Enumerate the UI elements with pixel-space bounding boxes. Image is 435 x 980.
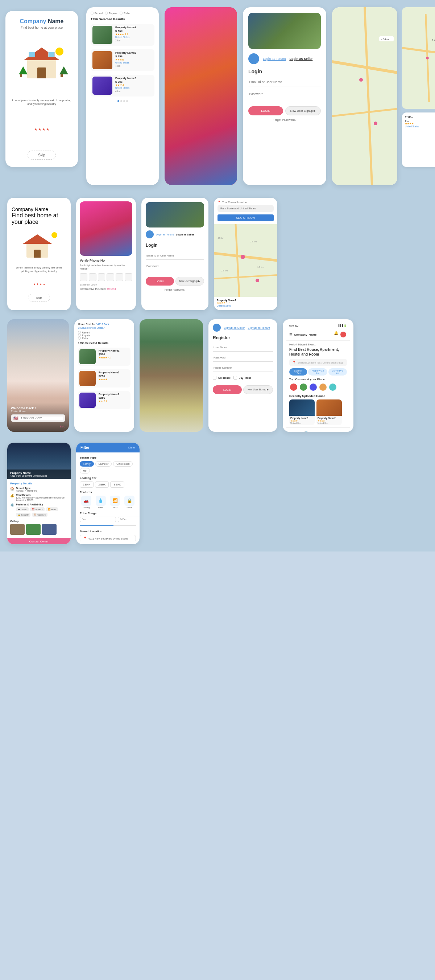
phone-input-container: 🇺🇸 Skip	[11, 414, 65, 422]
phone-number-input[interactable]	[213, 364, 273, 372]
prop-price-3: $ 256	[115, 80, 152, 83]
prop-distance-1: 2 km	[115, 39, 152, 42]
svg-text:2.5 km: 2.5 km	[221, 270, 228, 272]
filter-chip-currently[interactable]: Currently 5 km	[329, 368, 347, 375]
sell-house-checkbox[interactable]: Sell House	[213, 376, 230, 380]
otp-box-4[interactable]	[106, 273, 114, 281]
water-feature[interactable]: 💧 Water	[94, 496, 107, 509]
owner-5	[329, 383, 337, 391]
search-location-box[interactable]: 📍 Search Location (Ex : United States et…	[289, 359, 347, 366]
recent-prop-2[interactable]: Property Name2 ★★★★ United St...	[316, 399, 342, 425]
otp-box-2[interactable]	[89, 273, 97, 281]
popular-sm[interactable]: Popular	[78, 334, 130, 337]
reg-signup-button[interactable]: New User Signup ▶	[243, 385, 273, 394]
filter-chip-property[interactable]: Property 15 km	[308, 368, 327, 375]
otp-box-6[interactable]	[125, 273, 132, 281]
skip-button-sm[interactable]: Skip	[28, 294, 51, 302]
clear-filter-link[interactable]: Clear	[128, 446, 135, 449]
rating-filter[interactable]: Ratin	[120, 12, 129, 14]
password-input-sm[interactable]	[146, 262, 204, 270]
resend-link[interactable]: Resend	[107, 288, 116, 290]
map-search-box[interactable]: Park Boulevard United States	[218, 205, 274, 212]
login-as-seller-tab-sm[interactable]: Login as Seller	[176, 233, 194, 236]
prop-card-sm-1[interactable]: Property Name1 $560 ★★★★ 4.7	[78, 348, 130, 366]
buy-house-checkbox[interactable]: Buy House	[233, 376, 251, 380]
filter-chip-sulphur[interactable]: Sulphur 15km	[289, 368, 307, 375]
user-avatar	[340, 331, 347, 338]
recent-prop-info-2: Property Name2 ★★★★ United St...	[316, 416, 342, 425]
family-option[interactable]: Family	[80, 461, 94, 466]
notification-icon[interactable]: 🔔	[334, 331, 338, 338]
otp-box-5[interactable]	[116, 273, 123, 281]
prop-card-sm-2[interactable]: Property Name2 $256 ★★★★	[78, 369, 130, 388]
property-card-1[interactable]: Property Name1 $ 560 ★★★★ 4.7 United Sta…	[90, 24, 154, 46]
skip-button[interactable]: Skip	[27, 151, 56, 160]
svg-text:2 km: 2 km	[432, 39, 435, 41]
svg-text:1.5 km: 1.5 km	[257, 266, 264, 268]
password-input[interactable]	[248, 90, 321, 98]
bhk-1-btn[interactable]: 1 BHK	[80, 482, 94, 488]
prop-stars-sm-1: ★★★★ 4.7	[98, 356, 129, 359]
forgot-password-link[interactable]: Forgot Password?	[248, 118, 321, 121]
recent-prop-img-2	[316, 399, 342, 416]
map-body: 4.5 km 2.5 km 2.5 km 1.5 km	[214, 224, 277, 297]
room-photo	[248, 13, 321, 49]
home-nav-icon[interactable]: ⌂	[341, 431, 344, 432]
signup-as-tenant-tab[interactable]: Signup as Tenant	[248, 326, 270, 329]
bachelor-option[interactable]: Bachelor	[95, 461, 112, 466]
email-input[interactable]	[248, 78, 321, 86]
price-min-input[interactable]	[80, 517, 116, 522]
skip-phone-button[interactable]: Skip	[59, 425, 65, 428]
price-max-input[interactable]	[118, 517, 140, 522]
recent-prop-1[interactable]: Property Name1 ★★★★ United St...	[289, 399, 314, 425]
flower-image-panel	[165, 7, 237, 185]
svg-text:4.5 km: 4.5 km	[381, 38, 389, 41]
signup-as-seller-tab[interactable]: Signup as Seller	[224, 326, 245, 329]
security-feature[interactable]: 🔒 Securi	[123, 496, 136, 509]
bhk-3-btn[interactable]: 3 BHK	[110, 482, 124, 488]
me-option[interactable]: Me	[80, 468, 90, 474]
reg-login-button[interactable]: LOGIN	[213, 385, 242, 394]
login-button[interactable]: LOGIN	[248, 106, 283, 115]
recent-sm[interactable]: Recent	[78, 331, 130, 334]
grid-nav-icon[interactable]: ⊞	[317, 431, 322, 432]
prop-info-sm-1: Property Name1 $560 ★★★★ 4.7	[98, 349, 129, 364]
signup-button[interactable]: New User Signup ▶	[285, 106, 321, 115]
heart-nav-icon[interactable]: ♡	[292, 431, 297, 432]
prop-location-2: United States	[115, 61, 152, 64]
gallery-thumb-3[interactable]	[42, 524, 57, 535]
location-input-value[interactable]: 4211 Park Boulevard United States	[89, 537, 128, 540]
signup-button-sm[interactable]: New User Signup ▶	[175, 277, 205, 286]
wifi-feature[interactable]: 📶 Wi-Fi	[109, 496, 122, 509]
forgot-password-sm[interactable]: Forgot Password?	[146, 288, 204, 291]
girls-hostel-option[interactable]: Girls Hostel	[113, 461, 133, 466]
property-card-2[interactable]: Property Name2 $ 256 ★★★★ United States …	[90, 49, 154, 71]
phone-input[interactable]	[19, 417, 63, 420]
search-now-button[interactable]: SEARCH NOW	[218, 215, 274, 221]
gallery-thumb-2[interactable]	[26, 524, 41, 535]
login-as-seller-tab[interactable]: Login as Seller	[289, 57, 313, 60]
login-as-tenant-tab-sm[interactable]: Login as Tenant	[156, 233, 174, 236]
recent-filter[interactable]: Recent	[90, 12, 103, 14]
register-tabs: Signup as Seller Signup as Tenant	[213, 324, 273, 332]
otp-box-1[interactable]	[80, 273, 87, 281]
otp-box-3[interactable]	[98, 273, 105, 281]
login-button-sm[interactable]: LOGIN	[146, 277, 174, 286]
bhk-2-btn[interactable]: 2 BHK	[95, 482, 109, 488]
parking-feature[interactable]: 🚗 Parking	[80, 496, 93, 509]
property-card-3[interactable]: Property Name2 $ 256 ★★ 2.4 United State…	[90, 75, 154, 97]
reg-password-input[interactable]	[213, 354, 273, 362]
company-name-dark: Name	[46, 18, 64, 24]
contact-owner-button[interactable]: Contact Owner	[7, 538, 71, 544]
gallery-thumb-1[interactable]	[10, 524, 25, 535]
email-input-sm[interactable]	[146, 252, 204, 260]
search-location-section: Search Location	[80, 530, 136, 533]
pause-nav-icon[interactable]: ⏸	[329, 431, 334, 432]
popular-filter[interactable]: Popular	[105, 12, 117, 14]
prop-card-sm-3[interactable]: Property Name2 $256 ★★ 2.4	[78, 391, 130, 409]
rating-sm[interactable]: Ratin	[78, 337, 130, 340]
search-nav-icon[interactable]: 🔍	[304, 431, 310, 432]
login-as-tenant-tab[interactable]: Login as Tenant	[263, 57, 286, 60]
hamburger-icon[interactable]: ☰	[289, 333, 292, 337]
username-input[interactable]	[213, 344, 273, 352]
